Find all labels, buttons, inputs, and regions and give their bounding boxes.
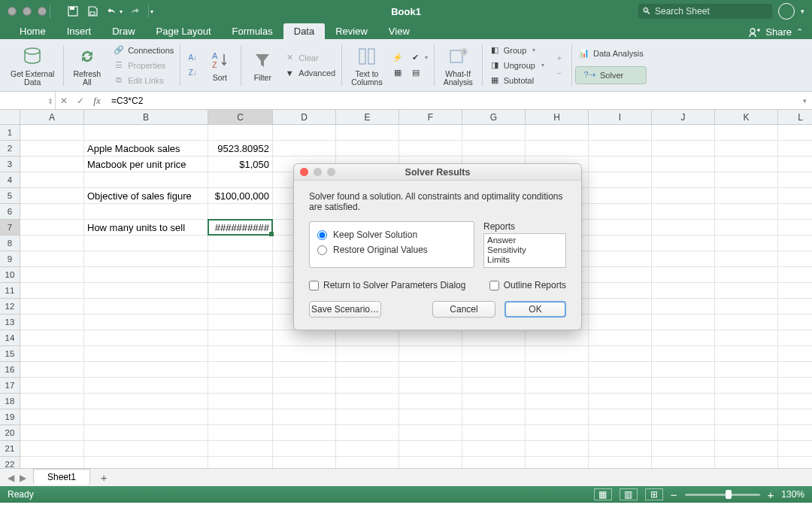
cell[interactable] [526,394,589,409]
cell[interactable] [20,378,84,394]
cell[interactable] [526,409,589,425]
subtotal-button[interactable]: ▦Subtotal [486,74,547,87]
column-header-G[interactable]: G [462,110,526,125]
cell[interactable] [652,299,715,315]
cell[interactable] [652,441,715,457]
cell[interactable] [652,251,715,267]
dialog-close-icon[interactable] [300,168,308,176]
cell[interactable] [20,125,84,141]
cell[interactable] [778,157,812,172]
cell[interactable] [526,125,589,141]
row-header-12[interactable]: 12 [0,299,20,315]
cell[interactable] [208,362,273,378]
cell[interactable] [273,409,336,425]
cell[interactable] [20,315,84,330]
cell[interactable] [778,125,812,141]
cell[interactable] [20,188,84,204]
keep-solution-radio[interactable] [317,230,327,240]
cell[interactable] [20,346,84,362]
cell[interactable] [336,330,399,346]
cell[interactable] [462,425,526,441]
cell[interactable] [84,125,208,141]
cell[interactable] [589,299,652,315]
cell[interactable] [715,188,778,204]
enter-formula-button[interactable]: ✓ [72,92,89,109]
cell[interactable] [778,409,812,425]
cell[interactable] [589,330,652,346]
name-box[interactable]: ▴▾ [0,92,56,109]
cell[interactable] [778,346,812,362]
advanced-filter-button[interactable]: ▼Advanced [280,66,338,80]
cell[interactable] [336,409,399,425]
return-to-solver-checkbox[interactable] [309,281,319,290]
column-header-K[interactable]: K [715,110,778,125]
cell[interactable] [20,141,84,157]
sheet-prev-icon[interactable]: ◀ [5,473,17,483]
cell[interactable] [778,457,812,468]
save-scenario-button[interactable]: Save Scenario… [309,301,381,318]
cell[interactable] [715,141,778,157]
tab-insert[interactable]: Insert [56,23,102,39]
row-header-6[interactable]: 6 [0,204,20,220]
cell[interactable] [589,188,652,204]
column-header-F[interactable]: F [399,110,462,125]
cell[interactable] [589,157,652,172]
cell[interactable] [462,330,526,346]
cell[interactable] [462,409,526,425]
cell[interactable] [208,299,273,315]
row-header-14[interactable]: 14 [0,330,20,346]
cell[interactable] [778,394,812,409]
row-header-20[interactable]: 20 [0,425,20,441]
cell[interactable] [778,220,812,236]
cell[interactable] [715,378,778,394]
cell[interactable] [715,251,778,267]
cell[interactable] [589,283,652,299]
cell[interactable] [589,267,652,283]
row-header-10[interactable]: 10 [0,267,20,283]
undo-icon[interactable] [103,4,121,19]
remove-duplicates-button[interactable]: ▦ [389,66,407,80]
cell[interactable] [589,141,652,157]
cell[interactable] [526,346,589,362]
ungroup-button[interactable]: ◨Ungroup▾ [486,59,547,72]
cell[interactable] [84,204,208,220]
cell[interactable] [589,236,652,251]
cell[interactable] [652,362,715,378]
cell[interactable] [589,125,652,141]
cell[interactable] [778,172,812,188]
column-header-B[interactable]: B [84,110,208,125]
row-header-5[interactable]: 5 [0,188,20,204]
cell[interactable] [715,457,778,468]
cell[interactable] [336,362,399,378]
cell[interactable] [462,141,526,157]
cell[interactable] [652,346,715,362]
cell[interactable] [526,330,589,346]
cell-B3[interactable]: Macbook per unit price [84,157,208,172]
cell[interactable] [778,188,812,204]
cell[interactable] [652,394,715,409]
flash-fill-button[interactable]: ⚡ [389,51,407,65]
cell[interactable] [526,141,589,157]
cell[interactable] [20,283,84,299]
cell[interactable] [778,441,812,457]
cell[interactable] [526,425,589,441]
cell[interactable] [526,362,589,378]
cell[interactable] [208,267,273,283]
cell[interactable] [336,441,399,457]
cell[interactable] [399,394,462,409]
outline-reports-checkbox[interactable] [489,281,499,290]
autosave-icon[interactable] [64,4,82,19]
cell[interactable] [84,409,208,425]
cell[interactable] [589,409,652,425]
cell[interactable] [208,394,273,409]
cell[interactable] [589,457,652,468]
cell[interactable] [589,220,652,236]
cell[interactable] [715,204,778,220]
cell[interactable] [778,141,812,157]
row-header-11[interactable]: 11 [0,283,20,299]
sort-button[interactable]: AZ Sort [201,39,238,91]
cell[interactable] [273,378,336,394]
cell[interactable] [462,362,526,378]
cell[interactable] [399,441,462,457]
feedback-dropdown-icon[interactable]: ▾ [801,8,804,15]
